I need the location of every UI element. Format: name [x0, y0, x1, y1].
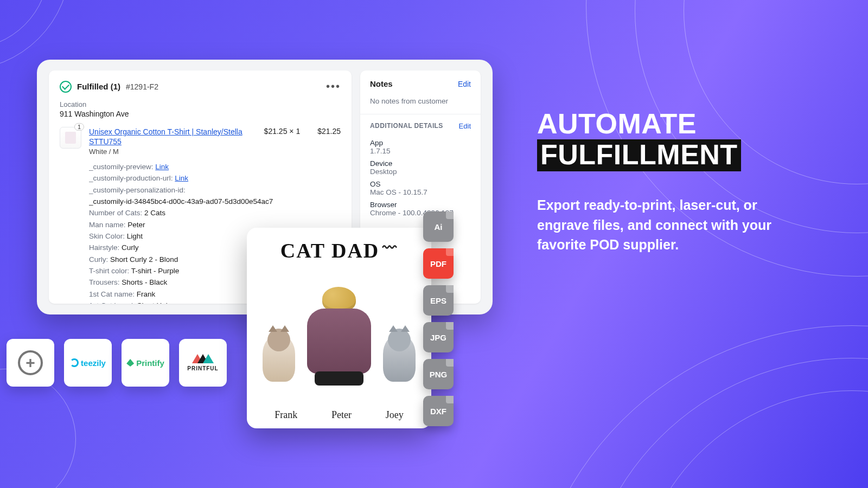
- additional-details: App1.7.15DeviceDesktopOSMac OS - 10.15.7…: [360, 134, 481, 226]
- price-total: $21.25: [317, 127, 341, 136]
- meta-link[interactable]: Link: [155, 163, 169, 171]
- qty-badge: 1: [74, 123, 84, 131]
- hero-copy: AUTOMATE FULFILLMENT Export ready-to-pri…: [537, 108, 808, 254]
- detail-value: 1.7.15: [370, 147, 471, 155]
- format-eps[interactable]: EPS: [423, 285, 454, 316]
- teezily-icon: [70, 358, 79, 367]
- location-value: 911 Washington Ave: [60, 110, 341, 118]
- detail-key: Browser: [370, 201, 471, 209]
- more-menu-icon[interactable]: •••: [326, 80, 341, 93]
- cat-right: [378, 336, 420, 406]
- order-number: #1291-F2: [126, 82, 158, 91]
- detail-key: OS: [370, 180, 471, 188]
- cat-left: [258, 336, 300, 406]
- design-illustration: [258, 265, 420, 406]
- design-preview-card: CAT DAD〰 Frank Peter Joey: [247, 228, 431, 428]
- printify-label: Printify: [136, 358, 164, 368]
- plus-icon: +: [18, 350, 43, 375]
- export-format-list: AiPDFEPSJPGPNGDXF: [423, 211, 454, 426]
- format-png[interactable]: PNG: [423, 359, 454, 389]
- fulfilled-check-icon: [60, 81, 72, 93]
- design-headline: CAT DAD〰: [258, 239, 420, 262]
- cat-tail-icon: 〰: [382, 240, 398, 264]
- price-qty: $21.25 × 1: [264, 127, 301, 136]
- printful-label: PRINTFUL: [187, 365, 218, 371]
- design-name-2: Peter: [331, 409, 352, 421]
- notes-edit-button[interactable]: Edit: [458, 80, 471, 88]
- notes-body: No notes from customer: [360, 97, 481, 114]
- location-label: Location: [60, 100, 341, 108]
- notes-title: Notes: [370, 79, 393, 88]
- detail-key: Device: [370, 159, 471, 168]
- fulfillment-status: Fulfilled (1): [77, 82, 120, 91]
- format-dxf[interactable]: DXF: [423, 396, 454, 426]
- detail-value: Desktop: [370, 168, 471, 176]
- design-name-3: Joey: [386, 409, 404, 421]
- meta-row: _customily-personalization-id:: [89, 184, 341, 196]
- detail-value: Chrome - 100.0.4896.127: [370, 209, 471, 217]
- product-variant: White / M: [89, 147, 257, 156]
- meta-row: _customily-id-34845bc4-d00c-43a9-ad07-5d…: [89, 196, 341, 207]
- printify-icon: [126, 359, 134, 367]
- detail-key: App: [370, 139, 471, 147]
- provider-printful[interactable]: PRINTFUL: [179, 339, 227, 387]
- provider-printify[interactable]: Printify: [122, 339, 169, 387]
- details-edit-button[interactable]: Edit: [459, 122, 471, 130]
- teezily-label: teezily: [81, 358, 106, 368]
- details-heading: ADDITIONAL DETAILS: [370, 122, 443, 130]
- format-ai[interactable]: Ai: [423, 211, 454, 242]
- design-name-1: Frank: [275, 409, 297, 421]
- provider-teezily[interactable]: teezily: [64, 339, 112, 387]
- meta-row: Number of Cats: 2 Cats: [89, 207, 341, 219]
- meta-row: _customily-production-url: Link: [89, 172, 341, 184]
- product-thumbnail[interactable]: 1: [60, 127, 81, 149]
- hero-line2: FULFILLMENT: [537, 139, 741, 171]
- detail-value: Mac OS - 10.15.7: [370, 188, 471, 196]
- format-jpg[interactable]: JPG: [423, 322, 454, 352]
- man-figure: [304, 287, 373, 406]
- hero-line1: AUTOMATE: [537, 108, 697, 139]
- meta-row: _customily-preview: Link: [89, 161, 341, 172]
- meta-link[interactable]: Link: [175, 174, 188, 182]
- product-title-link[interactable]: Unisex Organic Cotton T-Shirt | Stanley/…: [89, 127, 242, 146]
- add-provider-button[interactable]: +: [7, 339, 54, 387]
- hero-body: Export ready-to-print, laser-cut, or eng…: [537, 195, 808, 254]
- format-pdf[interactable]: PDF: [423, 248, 454, 279]
